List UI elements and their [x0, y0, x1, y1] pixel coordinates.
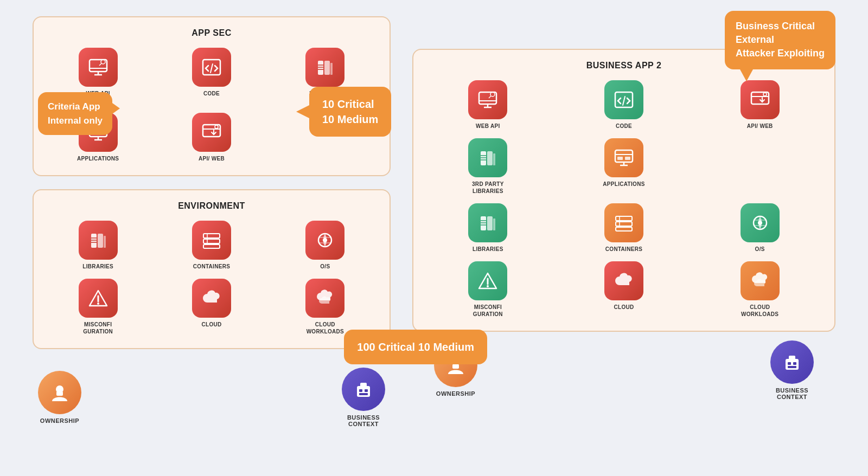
applications-label: APPLICATIONS [77, 155, 119, 162]
critical-10-bubble: 10 Critical10 Medium [309, 87, 391, 137]
svg-rect-24 [98, 234, 103, 248]
svg-line-7 [210, 64, 213, 73]
list-item: CLOUD WORKLOADS [274, 279, 376, 335]
ownership-left-label: OWNERSHIP [40, 417, 79, 424]
svg-rect-43 [360, 383, 367, 387]
environment-title: ENVIRONMENT [47, 201, 376, 211]
list-item: LIBRARIES [426, 203, 550, 253]
misconfig-icon-box [79, 279, 118, 318]
list-item: O/S [698, 203, 821, 253]
os-icon-box [305, 221, 344, 260]
r-misconfig-label: MISCONFI GURATION [473, 304, 503, 318]
svg-rect-64 [615, 150, 633, 162]
apiweb-label: API/ WEB [199, 155, 225, 162]
list-item: CONTAINERS [160, 221, 263, 270]
critical-100-bubble: 100 Critical 10 Medium [344, 330, 487, 364]
svg-rect-10 [330, 63, 333, 75]
r-libraries-label: LIBRARIES [473, 246, 503, 253]
svg-rect-67 [625, 157, 630, 160]
criteria-bubble: Criteria App Internal only [38, 92, 112, 135]
list-item: CODE [563, 80, 686, 130]
svg-rect-44 [359, 389, 362, 392]
svg-line-52 [489, 96, 491, 98]
containers-label: CONTAINERS [193, 263, 230, 270]
business-context-left: BUSINESS CONTEXT [342, 368, 385, 427]
code-label: CODE [203, 90, 220, 97]
r-webapi-label: WEB API [476, 123, 500, 130]
environment-section: ENVIRONMENT LIBRARIES [33, 189, 391, 349]
ownership-left: OWNERSHIP [38, 371, 81, 424]
svg-rect-8 [318, 61, 323, 75]
list-item: MISCONFI GURATION [426, 261, 550, 318]
svg-point-57 [763, 93, 767, 96]
svg-rect-70 [481, 216, 486, 230]
libraries-icon-box [79, 221, 118, 260]
business-critical-bubble: Business CriticalExternalAttacker Exploi… [725, 11, 835, 69]
svg-rect-66 [617, 157, 623, 160]
svg-rect-23 [91, 234, 97, 248]
svg-rect-93 [788, 366, 796, 368]
os-label: O/S [320, 263, 330, 270]
containers-icon-box [192, 221, 231, 260]
svg-rect-47 [479, 92, 496, 104]
list-item: APPLICATIONS [563, 138, 686, 195]
business-context-right-label: BUSINESS CONTEXT [776, 387, 808, 400]
svg-rect-30 [203, 239, 220, 243]
r-os-label: O/S [755, 246, 765, 253]
svg-rect-29 [203, 234, 220, 238]
list-item: CLOUD [160, 279, 263, 335]
svg-rect-46 [359, 393, 368, 395]
svg-rect-25 [104, 236, 106, 248]
list-item: CONTAINERS [563, 203, 686, 253]
cloudworkloads-label: CLOUD WORKLOADS [307, 321, 344, 335]
cloudworkloads-icon-box [305, 279, 344, 318]
svg-line-54 [623, 97, 625, 105]
code-icon-box [192, 48, 231, 87]
list-item: API/ WEB [160, 113, 263, 162]
r-code-label: CODE [616, 123, 632, 130]
libraries-label: LIBRARIES [82, 263, 113, 270]
list-item: CODE [160, 48, 263, 104]
svg-line-5 [99, 63, 101, 66]
cloud-label: CLOUD [201, 321, 221, 328]
svg-point-82 [758, 221, 762, 225]
svg-point-22 [215, 125, 218, 128]
svg-rect-60 [493, 153, 495, 165]
svg-rect-58 [481, 151, 486, 165]
svg-rect-91 [788, 362, 791, 365]
svg-rect-59 [487, 151, 493, 165]
list-item-empty [698, 138, 821, 195]
svg-rect-41 [56, 391, 63, 396]
svg-point-39 [97, 303, 99, 305]
list-item: CLOUD WORKLOADS [698, 261, 821, 318]
r-cloudworkloads-label: CLOUD WORKLOADS [741, 304, 778, 318]
misconfig-label: MISCONFI GURATION [83, 321, 113, 335]
list-item: 3RD PARTY LIBRARIES [426, 138, 550, 195]
svg-point-86 [487, 285, 489, 287]
r-libraries3rd-label: 3RD PARTY LIBRARIES [472, 181, 504, 195]
list-item: MISCONFI GURATION [47, 279, 149, 335]
appsec-title: APP SEC [47, 28, 376, 38]
list-item: WEB API [426, 80, 550, 130]
apiweb-icon-box [192, 113, 231, 152]
r-cloud-label: CLOUD [614, 304, 634, 311]
webapi-icon-box [79, 48, 118, 87]
list-item: O/S [274, 221, 376, 270]
r-applications-label: APPLICATIONS [603, 181, 644, 188]
libraries3rd-icon-box [305, 48, 344, 87]
business-app2-section: BUSINESS APP 2 WEB API CODE API/ WEB [412, 49, 835, 332]
list-item: API/ WEB [698, 80, 821, 130]
list-item: LIBRARIES [47, 221, 149, 270]
svg-rect-90 [789, 356, 795, 360]
svg-rect-45 [365, 389, 368, 392]
cloud-icon-box [192, 279, 231, 318]
ownership-right-label: OWNERSHIP [436, 390, 475, 397]
svg-rect-72 [493, 218, 495, 230]
svg-rect-77 [616, 222, 632, 226]
svg-rect-31 [203, 245, 220, 248]
svg-rect-71 [487, 216, 493, 230]
svg-rect-92 [793, 362, 796, 365]
business-context-right: BUSINESS CONTEXT [770, 340, 814, 400]
list-item: CLOUD [563, 261, 686, 318]
svg-rect-9 [324, 61, 330, 75]
